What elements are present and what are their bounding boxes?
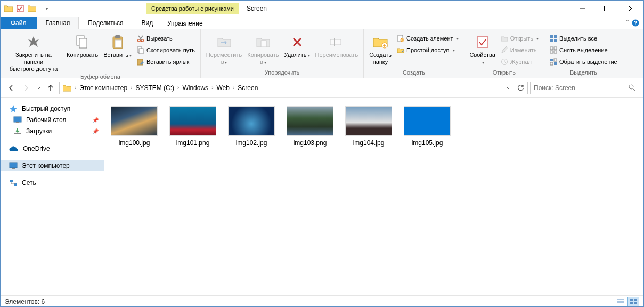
chevron-right-icon[interactable]: › [75, 85, 76, 91]
copy-button[interactable]: Копировать [64, 33, 100, 60]
tab-home[interactable]: Главная [37, 17, 79, 29]
help-icon[interactable]: ? [632, 19, 639, 27]
ribbon: Закрепить на панели быстрого доступа Коп… [1, 29, 643, 78]
svg-rect-29 [554, 51, 557, 53]
svg-rect-25 [554, 39, 557, 42]
nav-downloads[interactable]: Загрузки📌 [1, 125, 104, 137]
paste-shortcut-button[interactable]: Вставить ярлык [135, 56, 197, 68]
chevron-right-icon[interactable]: › [131, 85, 132, 91]
svg-rect-38 [12, 168, 15, 169]
pin-icon: 📌 [92, 128, 99, 134]
file-name: img103.png [287, 139, 333, 147]
file-item[interactable]: img103.png [287, 106, 333, 147]
svg-rect-28 [550, 51, 553, 53]
delete-button[interactable]: Удалить▾ [282, 33, 312, 60]
back-button[interactable] [5, 82, 18, 94]
nav-this-pc[interactable]: Этот компьютер [1, 160, 104, 171]
select-all-button[interactable]: Выделить все [548, 33, 619, 44]
svg-rect-16 [334, 38, 335, 46]
svg-point-34 [629, 85, 633, 89]
qat-properties-icon[interactable] [15, 4, 25, 13]
file-name: img100.jpg [111, 139, 158, 147]
breadcrumb-segment[interactable]: Screen [235, 84, 260, 92]
nav-desktop[interactable]: Рабочий стол📌 [1, 115, 104, 125]
pin-to-quick-access-button[interactable]: Закрепить на панели быстрого доступа [4, 33, 63, 74]
app-icon [4, 4, 13, 13]
history-button[interactable]: Журнал [499, 56, 541, 68]
tab-file[interactable]: Файл [1, 17, 37, 29]
breadcrumb-segment[interactable]: Этот компьютер [77, 84, 129, 92]
rename-button[interactable]: Переименовать [313, 33, 361, 60]
move-to-button[interactable]: Переместить в▾ [204, 33, 244, 67]
paste-button[interactable]: Вставить▾ [101, 33, 134, 60]
svg-rect-20 [477, 37, 488, 47]
search-icon [629, 84, 635, 91]
file-item[interactable]: img102.jpg [228, 106, 275, 147]
svg-rect-35 [14, 117, 21, 122]
refresh-button[interactable] [515, 82, 526, 94]
svg-rect-23 [554, 35, 557, 38]
invert-selection-button[interactable]: Обратить выделение [548, 56, 619, 68]
svg-rect-26 [550, 47, 553, 50]
close-button[interactable] [619, 1, 643, 17]
svg-rect-31 [554, 59, 557, 61]
qat-dropdown-icon[interactable]: ▾ [44, 6, 50, 11]
file-item[interactable]: img100.jpg [111, 106, 158, 147]
title-bar: ▾ Средства работы с рисунками Screen [1, 1, 643, 17]
edit-button[interactable]: Изменить [499, 44, 541, 56]
nav-network[interactable]: Сеть [1, 177, 104, 188]
address-dropdown-button[interactable] [503, 82, 515, 94]
chevron-right-icon[interactable]: › [211, 85, 213, 91]
group-label-clipboard: Буфер обмена [4, 74, 197, 81]
new-folder-button[interactable]: Создать папку [367, 33, 394, 67]
svg-rect-5 [79, 38, 87, 48]
explorer-body: Быстрый доступ Рабочий стол📌 Загрузки📌 O… [1, 98, 643, 295]
nav-onedrive[interactable]: OneDrive [1, 143, 104, 154]
tab-manage[interactable]: Управление [145, 17, 225, 30]
recent-locations-button[interactable] [35, 82, 42, 94]
svg-rect-39 [10, 180, 13, 182]
file-item[interactable]: img105.jpg [404, 106, 451, 147]
select-none-button[interactable]: Снять выделение [548, 44, 619, 56]
details-view-button[interactable] [615, 297, 626, 306]
file-name: img101.png [169, 139, 216, 147]
svg-text:?: ? [634, 20, 637, 26]
maximize-button[interactable] [594, 1, 619, 17]
contextual-tab-label: Средства работы с рисунками [146, 3, 239, 14]
search-placeholder: Поиск: Screen [534, 84, 575, 92]
svg-rect-30 [550, 59, 553, 61]
group-label-organize: Упорядочить [204, 69, 360, 77]
thumbnail [287, 106, 333, 136]
file-item[interactable]: img101.png [169, 106, 216, 147]
svg-rect-44 [634, 302, 637, 304]
easy-access-button[interactable]: Простой доступ▾ [395, 44, 461, 56]
minimize-button[interactable] [570, 1, 594, 17]
tab-share[interactable]: Поделиться [79, 17, 132, 29]
copy-path-button[interactable]: Скопировать путь [135, 44, 197, 56]
new-item-button[interactable]: Создать элемент▾ [395, 33, 461, 44]
properties-button[interactable]: Свойства▾ [468, 33, 498, 67]
svg-rect-24 [550, 39, 553, 42]
open-with-button[interactable]: Открыть▾ [499, 33, 541, 44]
breadcrumb-segment[interactable]: SYSTEM (C:) [133, 84, 176, 92]
nav-quick-access[interactable]: Быстрый доступ [1, 103, 104, 115]
forward-button[interactable] [20, 82, 32, 94]
up-button[interactable] [44, 82, 57, 94]
breadcrumb-segment[interactable]: Web [214, 84, 231, 92]
cut-button[interactable]: Вырезать [135, 33, 197, 44]
search-box[interactable]: Поиск: Screen [530, 82, 639, 94]
copy-to-button[interactable]: Копировать в▾ [245, 33, 281, 67]
qat-new-folder-icon[interactable] [27, 4, 37, 13]
chevron-right-icon[interactable]: › [233, 85, 234, 91]
svg-rect-42 [634, 299, 637, 301]
chevron-right-icon[interactable]: › [177, 85, 179, 91]
thumbnails-view-button[interactable] [627, 297, 639, 306]
window-title: Screen [247, 5, 267, 12]
svg-rect-1 [605, 6, 609, 11]
svg-rect-32 [550, 62, 553, 65]
breadcrumb-segment[interactable]: Windows [180, 84, 210, 92]
address-bar[interactable]: › Этот компьютер› SYSTEM (C:)› Windows› … [59, 82, 528, 94]
ribbon-collapse-icon[interactable]: ˆ [626, 19, 629, 27]
navigation-row: › Этот компьютер› SYSTEM (C:)› Windows› … [1, 78, 643, 98]
file-item[interactable]: img104.jpg [345, 106, 392, 147]
